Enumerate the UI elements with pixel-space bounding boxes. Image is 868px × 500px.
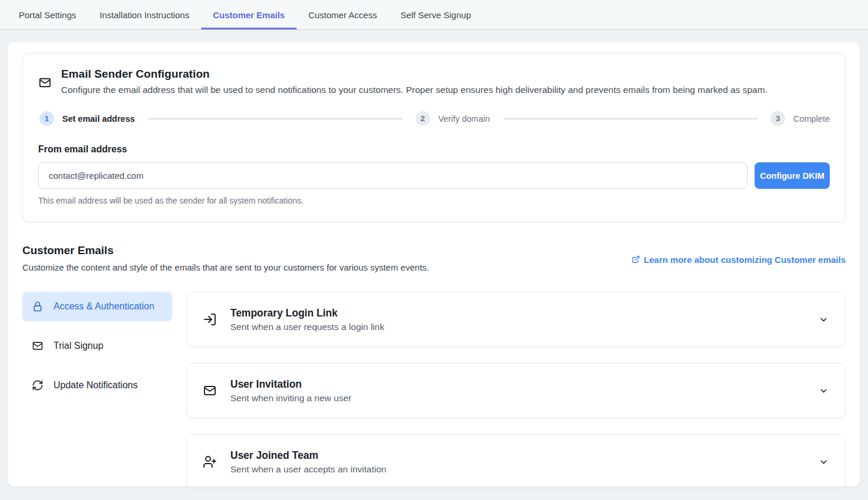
step-verify-domain: 2 Verify domain — [415, 111, 490, 126]
email-template-list: Temporary Login Link Sent when a user re… — [186, 292, 846, 500]
from-email-input[interactable] — [38, 162, 748, 189]
step-connector — [148, 118, 402, 119]
customer-emails-title: Customer Emails — [22, 244, 429, 257]
email-card-title: User Invitation — [230, 378, 351, 391]
email-card-subtitle: Sent when a user requests a login link — [230, 322, 384, 332]
email-card-subtitle: Sent when inviting a new user — [230, 393, 351, 404]
category-label: Update Notifications — [53, 378, 138, 392]
step-2-label: Verify domain — [438, 114, 490, 124]
category-label: Trial Signup — [53, 339, 103, 353]
from-email-row: Configure DKIM — [38, 162, 830, 189]
stepper: 1 Set email address 2 Verify domain 3 Co… — [39, 111, 830, 126]
email-category-list: Access & Authentication Trial Signup Upd… — [22, 292, 172, 500]
step-1-indicator: 1 — [39, 111, 54, 126]
email-sender-title: Email Sender Configuration — [61, 68, 768, 81]
email-card-text: Temporary Login Link Sent when a user re… — [230, 307, 384, 332]
main-content-card: Email Sender Configuration Configure the… — [8, 42, 860, 486]
learn-more-label: Learn more about customizing Customer em… — [644, 255, 846, 265]
step-1-label: Set email address — [62, 114, 135, 124]
tab-customer-access[interactable]: Customer Access — [297, 0, 389, 29]
lock-icon — [32, 301, 43, 312]
chevron-down-icon[interactable] — [819, 457, 829, 467]
email-card-text: User Joined Team Sent when a user accept… — [230, 449, 386, 475]
step-set-email-address: 1 Set email address — [39, 111, 135, 126]
email-card-temporary-login-link[interactable]: Temporary Login Link Sent when a user re… — [186, 292, 846, 347]
mail-icon — [38, 70, 52, 95]
tab-portal-settings[interactable]: Portal Settings — [7, 0, 88, 29]
tab-self-serve-signup[interactable]: Self Serve Signup — [388, 0, 482, 29]
chevron-down-icon[interactable] — [819, 315, 829, 325]
learn-more-link[interactable]: Learn more about customizing Customer em… — [632, 255, 846, 265]
customer-emails-description: Customize the content and style of the e… — [22, 262, 429, 272]
step-complete: 3 Complete — [770, 111, 830, 126]
step-3-label: Complete — [793, 114, 830, 124]
customer-emails-header: Customer Emails Customize the content an… — [22, 244, 846, 272]
step-connector — [503, 118, 758, 119]
category-update-notifications[interactable]: Update Notifications — [22, 371, 172, 400]
email-card-title: Temporary Login Link — [230, 307, 384, 319]
customer-emails-body: Access & Authentication Trial Signup Upd… — [22, 292, 846, 500]
email-sender-header-text: Email Sender Configuration Configure the… — [61, 68, 768, 95]
login-icon — [203, 312, 217, 326]
external-link-icon — [632, 255, 640, 264]
from-email-label: From email address — [38, 144, 830, 155]
email-sender-card: Email Sender Configuration Configure the… — [22, 53, 846, 222]
email-card-user-invitation[interactable]: User Invitation Sent when inviting a new… — [186, 363, 846, 418]
email-card-text: User Invitation Sent when inviting a new… — [230, 378, 351, 404]
category-trial-signup[interactable]: Trial Signup — [22, 331, 172, 361]
tab-bar: Portal Settings Installation Instruction… — [0, 0, 868, 30]
from-email-helper-text: This email address will be used as the s… — [38, 196, 830, 205]
chevron-down-icon[interactable] — [819, 386, 829, 396]
step-3-indicator: 3 — [770, 111, 785, 126]
email-card-title: User Joined Team — [230, 449, 386, 462]
page: Portal Settings Installation Instruction… — [0, 0, 868, 486]
mail-icon — [32, 340, 43, 352]
user-plus-icon — [203, 455, 217, 469]
category-access-authentication[interactable]: Access & Authentication — [22, 292, 172, 321]
email-sender-description: Configure the email address that will be… — [61, 85, 768, 95]
tab-customer-emails[interactable]: Customer Emails — [201, 0, 297, 29]
configure-dkim-button[interactable]: Configure DKIM — [755, 162, 830, 189]
email-sender-header: Email Sender Configuration Configure the… — [38, 68, 830, 95]
tab-installation-instructions[interactable]: Installation Instructions — [88, 0, 202, 29]
step-2-indicator: 2 — [415, 111, 430, 126]
refresh-icon — [32, 379, 43, 391]
email-card-subtitle: Sent when a user accepts an invitation — [230, 464, 386, 475]
email-card-user-joined-team[interactable]: User Joined Team Sent when a user accept… — [186, 434, 846, 489]
category-label: Access & Authentication — [53, 299, 155, 314]
customer-emails-header-text: Customer Emails Customize the content an… — [22, 244, 429, 272]
mail-icon — [203, 384, 217, 398]
